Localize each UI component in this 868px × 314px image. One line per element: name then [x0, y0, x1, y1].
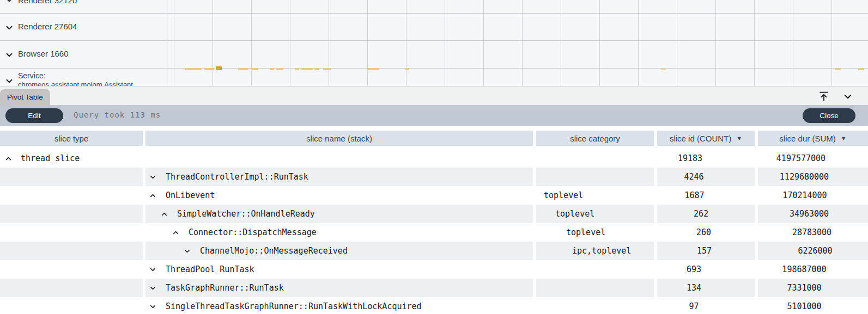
cell-slice-dur: 4197577000: [758, 149, 868, 168]
pivot-table-row: ThreadControllerImpl::RunTask 4246 11296…: [0, 168, 868, 186]
vertical-align-top-icon[interactable]: [817, 89, 831, 103]
toolbar-table-gap: [0, 126, 868, 131]
pivot-table-row: ThreadPool_RunTask 693 198687000: [0, 260, 868, 279]
cell-slice-dur: 6226000: [758, 242, 868, 260]
collapse-chevron-icon[interactable]: [4, 155, 13, 163]
pivot-table-row: SingleThreadTaskGraphRunner::RunTaskWith…: [0, 297, 868, 314]
trace-slice[interactable]: [301, 68, 313, 70]
pivot-table-row: Connector::DispatchMessage toplevel 260 …: [0, 223, 868, 242]
cell-slice-name: ThreadControllerImpl::RunTask: [145, 168, 533, 186]
cell-slice-type: [0, 242, 143, 260]
cell-slice-id: 19183: [657, 149, 755, 168]
cell-slice-category: ipc,toplevel: [536, 242, 654, 260]
trace-slice[interactable]: [270, 68, 274, 70]
expand-chevron-icon[interactable]: [149, 266, 157, 274]
cell-slice-id: 4246: [657, 168, 755, 186]
chevron-down-icon[interactable]: [841, 89, 855, 103]
cell-slice-id: 97: [657, 297, 755, 314]
pivot-table-row: thread_slice 19183 4197577000: [0, 149, 868, 168]
pivot-toolbar: Edit Query took 113 ms Close: [0, 105, 868, 126]
cell-slice-type: [0, 223, 143, 242]
cell-slice-dur: 7331000: [758, 279, 868, 297]
cell-slice-dur: 28783000: [758, 223, 868, 242]
cell-slice-id: 693: [657, 260, 755, 279]
expand-chevron-icon[interactable]: [149, 303, 157, 311]
cell-slice-type: [0, 186, 143, 205]
cell-slice-name: ChannelMojo::OnMessageReceived: [145, 242, 533, 260]
cell-slice-category: [536, 168, 654, 186]
edit-button[interactable]: Edit: [5, 108, 63, 123]
header-slice-category[interactable]: slice category: [536, 131, 654, 146]
collapse-chevron-icon[interactable]: [172, 229, 180, 237]
expand-chevron-icon[interactable]: [149, 284, 157, 292]
cell-slice-id: 157: [657, 242, 755, 260]
cell-slice-name: ThreadPool_RunTask: [145, 260, 533, 279]
cell-slice-dur: 34963000: [758, 205, 868, 223]
cell-slice-category: toplevel: [536, 186, 654, 205]
track-panel-divider: [167, 0, 167, 86]
tab-pivot-table[interactable]: Pivot Table: [0, 89, 50, 105]
cell-slice-id: 260: [657, 223, 755, 242]
pivot-table: slice type slice name (stack) slice cate…: [0, 131, 868, 314]
cell-slice-type: [0, 297, 143, 314]
pivot-table-row: OnLibevent toplevel 1687 170214000: [0, 186, 868, 205]
cell-slice-type: [0, 260, 143, 279]
close-button[interactable]: Close: [803, 108, 855, 123]
cell-slice-type: [0, 205, 143, 223]
cell-slice-name: SimpleWatcher::OnHandleReady: [145, 205, 533, 223]
trace-slice[interactable]: [405, 68, 409, 70]
cell-slice-type: [0, 168, 143, 186]
cell-slice-id: 134: [657, 279, 755, 297]
expand-chevron-icon[interactable]: [183, 247, 191, 255]
cell-slice-name: [145, 149, 533, 168]
trace-slice[interactable]: [323, 68, 331, 70]
trace-slice[interactable]: [367, 68, 379, 70]
cell-slice-dur: 198687000: [758, 260, 868, 279]
header-slice-name[interactable]: slice name (stack): [145, 131, 533, 146]
query-status-text: Query took 113 ms: [74, 110, 161, 119]
pivot-table-row: ChannelMojo::OnMessageReceived ipc,tople…: [0, 242, 868, 260]
cell-slice-name: TaskGraphRunner::RunTask: [145, 279, 533, 297]
trace-slice[interactable]: [661, 68, 666, 70]
cell-slice-category: toplevel: [536, 223, 654, 242]
perfetto-ui: Renderer 32120 Renderer 27604 Browser 16…: [0, 0, 868, 314]
cell-slice-dur: 5101000: [758, 297, 868, 314]
cell-slice-name: SingleThreadTaskGraphRunner::RunTaskWith…: [145, 297, 533, 314]
cell-slice-category: toplevel: [536, 205, 654, 223]
trace-slice[interactable]: [238, 68, 248, 70]
cell-slice-category: [536, 297, 654, 314]
timeline-panel: Renderer 32120 Renderer 27604 Browser 16…: [0, 0, 868, 86]
header-slice-type[interactable]: slice type: [0, 131, 143, 146]
expand-chevron-icon[interactable]: [149, 173, 157, 181]
trace-slice[interactable]: [314, 68, 319, 70]
collapse-chevron-icon[interactable]: [149, 192, 157, 200]
trace-slice[interactable]: [204, 68, 214, 70]
cell-slice-id: 262: [657, 205, 755, 223]
cell-slice-dur: 170214000: [758, 186, 868, 205]
pivot-table-row: SimpleWatcher::OnHandleReady toplevel 26…: [0, 205, 868, 223]
trace-slice[interactable]: [295, 68, 299, 70]
trace-slice[interactable]: [835, 68, 841, 70]
trace-slice[interactable]: [216, 66, 222, 70]
cell-slice-id: 1687: [657, 186, 755, 205]
sort-desc-icon[interactable]: ▼: [736, 135, 742, 141]
cell-slice-category: [536, 279, 654, 297]
header-slice-dur[interactable]: slice dur (SUM) ▼: [758, 131, 868, 146]
header-slice-id[interactable]: slice id (COUNT) ▼: [657, 131, 755, 146]
drawer-tab-strip: Pivot Table: [0, 86, 868, 105]
cell-slice-category: [536, 149, 654, 168]
tab-label: Pivot Table: [7, 93, 43, 101]
trace-slice[interactable]: [185, 68, 202, 70]
sort-desc-icon[interactable]: ▼: [841, 135, 847, 141]
cell-slice-type: thread_slice: [0, 149, 143, 168]
collapse-chevron-icon[interactable]: [160, 210, 168, 218]
cell-slice-category: [536, 260, 654, 279]
cell-slice-dur: 1129680000: [758, 168, 868, 186]
trace-slice[interactable]: [276, 68, 283, 70]
pivot-table-header-row: slice type slice name (stack) slice cate…: [0, 131, 868, 146]
trace-slice[interactable]: [251, 68, 258, 70]
cell-slice-type: [0, 279, 143, 297]
cell-slice-name: OnLibevent: [145, 186, 533, 205]
timeline-slices: [0, 0, 868, 86]
trace-slice[interactable]: [858, 68, 864, 70]
